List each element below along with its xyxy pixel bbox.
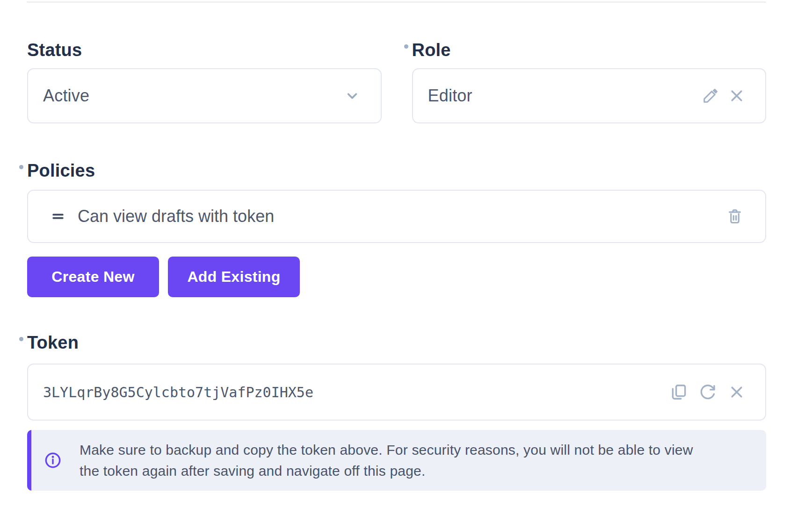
- status-value: Active: [43, 86, 89, 106]
- field-token: Token 3LYLqrBy8G5Cylcbto7tjVafPz0IHX5e: [27, 334, 766, 421]
- token-value: 3LYLqrBy8G5Cylcbto7tjVafPz0IHX5e: [43, 384, 313, 400]
- role-value: Editor: [428, 86, 472, 106]
- copy-icon[interactable]: [670, 383, 688, 401]
- regenerate-icon[interactable]: [699, 383, 717, 401]
- policies-label: Policies: [27, 162, 95, 179]
- role-input[interactable]: Editor: [412, 68, 767, 123]
- status-role-row: Status Active Role: [27, 41, 766, 123]
- field-policies: Policies Can view drafts with token: [27, 162, 766, 243]
- token-label: Token: [27, 334, 79, 351]
- create-new-button[interactable]: Create New: [27, 257, 159, 297]
- section-divider: [27, 1, 766, 3]
- add-existing-button[interactable]: Add Existing: [168, 257, 300, 297]
- clear-x-icon[interactable]: [728, 87, 746, 105]
- policy-actions: Create New Add Existing: [27, 257, 300, 297]
- drag-handle-icon[interactable]: [50, 208, 66, 225]
- clear-x-icon[interactable]: [728, 383, 746, 401]
- status-select[interactable]: Active: [27, 68, 382, 123]
- field-role: Role Editor: [412, 41, 767, 123]
- token-input[interactable]: 3LYLqrBy8G5Cylcbto7tjVafPz0IHX5e: [27, 364, 766, 421]
- notice-line: Make sure to backup and copy the token a…: [80, 439, 693, 460]
- info-icon: [44, 451, 62, 470]
- edited-marker-dot: [19, 337, 23, 341]
- notice-accent-bar: [27, 430, 31, 491]
- field-status: Status Active: [27, 41, 382, 123]
- role-label: Role: [412, 41, 451, 59]
- notice-line: the token again after saving and navigat…: [80, 460, 693, 481]
- notice-text: Make sure to backup and copy the token a…: [80, 439, 693, 481]
- edited-marker-dot: [19, 165, 23, 169]
- chevron-down-icon[interactable]: [343, 87, 361, 105]
- token-security-notice: Make sure to backup and copy the token a…: [27, 430, 766, 491]
- policy-name: Can view drafts with token: [78, 207, 274, 226]
- status-label: Status: [27, 41, 82, 59]
- user-detail-form: Status Active Role: [0, 0, 812, 529]
- edit-pencil-icon[interactable]: [702, 87, 719, 105]
- edited-marker-dot: [404, 44, 408, 49]
- policy-list-item[interactable]: Can view drafts with token: [27, 190, 766, 243]
- trash-icon[interactable]: [726, 207, 744, 225]
